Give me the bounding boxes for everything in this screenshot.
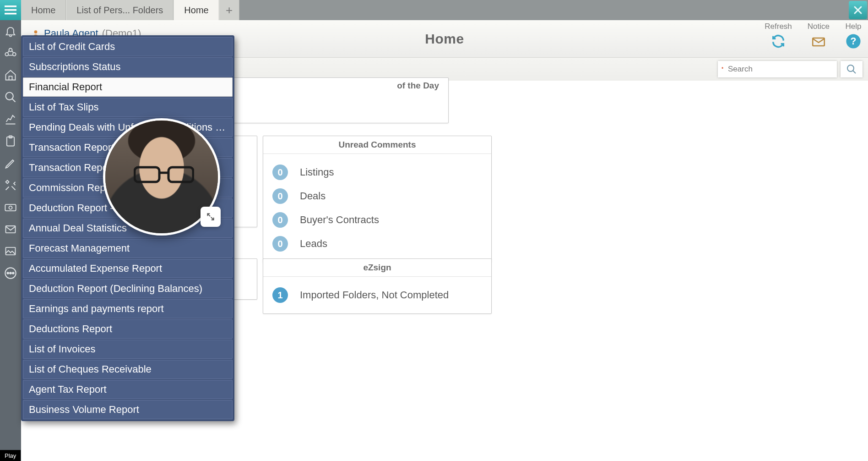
help-button[interactable]: Help ? [845,22,862,49]
unread-row-listings[interactable]: 0Listings [272,160,482,184]
help-icon: ? [845,33,862,49]
play-overlay[interactable]: Play [0,450,21,461]
tab-label: Home [31,5,55,16]
agenda-title: of the Day [397,81,439,91]
notice-label: Notice [808,22,830,31]
ezsign-row-imported[interactable]: 1Imported Folders, Not Completed [272,283,482,307]
flyout-item[interactable]: Deductions Report [23,319,233,339]
tab-label: List of Pers... Folders [76,5,163,16]
ezsign-panel: eZsign 1Imported Folders, Not Completed [263,258,492,314]
search-icon[interactable] [3,90,18,104]
row-label: Imported Folders, Not Completed [300,289,449,301]
svg-rect-0 [5,5,16,7]
search-button[interactable] [841,61,863,77]
svg-rect-22 [135,167,159,182]
row-label: Leads [300,238,327,250]
svg-rect-2 [5,13,16,15]
pen-icon[interactable] [3,156,18,170]
clipboard-icon[interactable] [3,134,18,148]
expand-bubble-button[interactable] [201,207,221,227]
flyout-item[interactable]: Financial Report [23,77,233,97]
header-actions: Refresh Notice Help ? [765,22,862,49]
count-badge: 0 [272,212,288,228]
row-label: Buyer's Contracts [300,214,379,226]
presenter-bubble[interactable] [103,118,220,236]
svg-rect-9 [5,204,16,211]
tools-icon[interactable] [3,178,18,192]
hamburger-icon [5,5,16,15]
flyout-item[interactable]: Business Volume Report [23,400,233,419]
search-input[interactable] [718,61,837,77]
tab-label: Home [184,5,208,16]
home-icon[interactable] [3,68,18,82]
search-required-dot: • [722,65,723,71]
svg-text:?: ? [851,36,857,47]
play-label: Play [5,452,16,459]
svg-point-6 [6,93,13,100]
bell-icon[interactable] [3,24,18,38]
notice-button[interactable]: Notice [808,22,830,49]
close-icon [853,5,863,15]
row-label: Deals [300,190,326,202]
svg-point-17 [34,30,38,33]
notice-icon [810,33,827,49]
refresh-button[interactable]: Refresh [765,22,792,49]
unread-row-leads[interactable]: 0Leads [272,232,482,256]
group-icon[interactable] [3,46,18,60]
reports-flyout: List of Credit CardsSubscriptions Status… [21,35,234,421]
ezsign-title: eZsign [263,259,491,277]
hamburger-button[interactable] [0,0,21,20]
flyout-item[interactable]: Earnings and payments report [23,299,233,318]
svg-point-5 [13,53,16,56]
svg-point-10 [9,206,12,209]
svg-point-3 [9,49,12,52]
tab-home-1[interactable]: Home [21,0,66,20]
tab-home-active[interactable]: Home [174,0,219,20]
refresh-icon [770,33,787,49]
svg-point-16 [12,272,14,274]
help-label: Help [846,22,862,31]
count-badge: 0 [272,236,288,252]
more-icon[interactable] [3,266,18,280]
unread-panel: Unread Comments 0Listings 0Deals 0Buyer'… [263,136,492,263]
svg-rect-23 [168,167,193,182]
chart-icon[interactable] [3,112,18,126]
tab-list-folders[interactable]: List of Pers... Folders [66,0,174,20]
count-badge: 0 [272,165,288,180]
left-rail [0,20,21,461]
unread-title: Unread Comments [263,136,491,154]
svg-point-14 [7,272,9,274]
unread-row-buyers[interactable]: 0Buyer's Contracts [272,208,482,232]
money-icon[interactable] [3,200,18,214]
plus-icon: + [226,3,233,17]
svg-point-15 [10,272,11,274]
glasses-icon [134,165,194,184]
expand-icon [206,212,215,221]
tab-add[interactable]: + [219,0,239,20]
flyout-item[interactable]: List of Invoices [23,340,233,359]
mail-icon[interactable] [3,222,18,236]
flyout-item[interactable]: Subscriptions Status [23,57,233,77]
svg-rect-1 [5,9,16,11]
flyout-item[interactable]: Deduction Report (Declining Balances) [23,279,233,298]
refresh-label: Refresh [765,22,792,31]
flyout-item[interactable]: List of Cheques Receivable [23,360,233,379]
flyout-item[interactable]: List of Tax Slips [23,98,233,117]
image-icon[interactable] [3,244,18,258]
tab-bar: Home List of Pers... Folders Home + [0,0,868,20]
flyout-item[interactable]: Accumulated Expense Report [23,259,233,278]
svg-point-4 [5,53,8,56]
count-badge: 0 [272,188,288,204]
flyout-item[interactable]: Agent Tax Report [23,380,233,399]
flyout-item[interactable]: Forecast Management [23,239,233,258]
svg-rect-11 [6,226,16,233]
flyout-item[interactable]: List of Credit Cards [23,37,233,56]
count-badge: 1 [272,287,288,303]
close-button[interactable] [849,1,867,19]
page-title: Home [425,31,464,47]
svg-rect-12 [6,247,16,255]
row-label: Listings [300,166,334,178]
unread-row-deals[interactable]: 0Deals [272,184,482,208]
svg-point-21 [847,65,854,71]
magnifier-icon [846,64,857,75]
